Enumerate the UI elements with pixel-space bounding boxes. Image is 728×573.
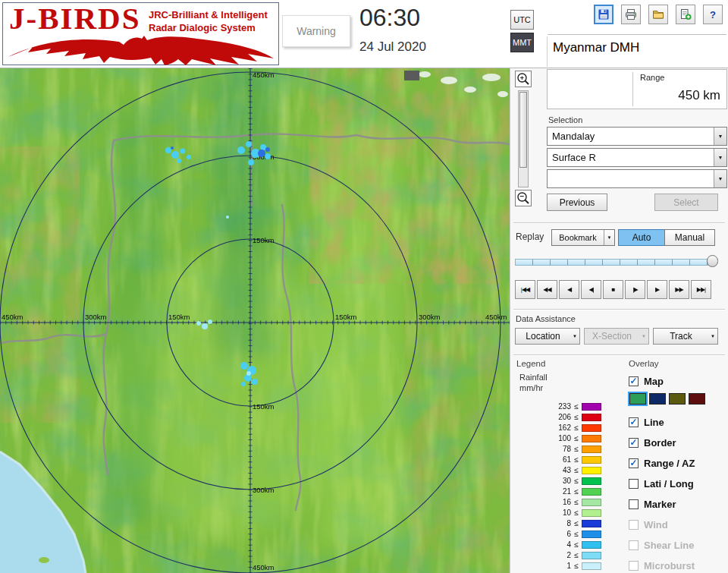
export-button[interactable] [676, 5, 695, 24]
zoom-slider-thumb[interactable] [519, 92, 527, 168]
playback-skip-to-start-button[interactable]: |◀◀ [515, 280, 535, 299]
map-marker [404, 71, 419, 80]
save-button[interactable] [594, 5, 613, 24]
legend-row: 206≤ [539, 412, 601, 422]
zoom-out-button[interactable]: − [515, 190, 532, 206]
legend-color-swatch [582, 541, 601, 549]
legend-color-swatch [582, 467, 601, 474]
eagle-logo-icon [7, 34, 275, 66]
mmt-button[interactable]: MMT [510, 33, 534, 52]
ring-label: 300km [85, 313, 107, 321]
zoom-slider[interactable] [518, 90, 529, 187]
overlay-item-map: ✓ Map [629, 375, 664, 388]
playback-skip-to-end-button[interactable]: ▶▶| [691, 280, 711, 299]
chevron-down-icon[interactable]: ▼ [714, 128, 726, 145]
map-checkbox[interactable]: ✓ [629, 376, 639, 386]
chevron-down-icon[interactable]: ▼ [714, 170, 726, 187]
playback-step-back-button[interactable]: ◀| [581, 280, 601, 299]
playback-play-button[interactable]: ▶ [647, 280, 667, 299]
auto-mode-button[interactable]: Auto [618, 229, 665, 246]
print-button[interactable] [621, 5, 641, 24]
legend-title: Legend [516, 359, 545, 368]
map-color-swatch[interactable] [689, 393, 705, 405]
legend-unit-line2: mm/hr [519, 383, 543, 392]
previous-button[interactable]: Previous [547, 194, 607, 211]
legend-color-swatch [582, 530, 601, 538]
ring-label: 450km [2, 313, 24, 321]
control-panel: + − Range 450 km Selection Mandalay ▼ Su… [510, 68, 728, 573]
border-checkbox[interactable]: ✓ [629, 438, 639, 448]
replay-label: Replay [516, 231, 544, 242]
zoom-in-button[interactable]: + [515, 71, 532, 87]
magnifier-plus-icon: + [516, 72, 530, 86]
ring-label: 450km [253, 563, 275, 571]
product-dropdown[interactable]: Surface R ▼ [547, 148, 727, 167]
legend-row: 10≤ [539, 508, 601, 518]
terrain-layer: 450km 300km 150km 150km 300km 450km 450k… [0, 68, 510, 573]
folder-icon [652, 8, 664, 20]
open-file-button[interactable] [648, 5, 668, 24]
marker-checkbox[interactable]: ✓ [629, 499, 639, 509]
map-color-swatch[interactable] [649, 393, 666, 405]
location-button[interactable]: Location ▼ [515, 328, 580, 345]
map-color-swatch[interactable] [629, 393, 646, 405]
printer-icon [625, 8, 637, 20]
product-dropdown-value: Surface R [548, 149, 714, 166]
legend-row: 100≤ [539, 433, 601, 443]
j-birds-app: J-BIRDS JRC-Brilliant & Intelligent Rada… [0, 0, 728, 573]
legend-row: 2≤ [539, 550, 601, 560]
select-button[interactable]: Select [654, 194, 718, 211]
bookmark-label: Bookmark [552, 230, 604, 245]
legend-row: 6≤ [539, 529, 601, 539]
timeline-slider[interactable] [515, 259, 717, 266]
timeline-slider-handle[interactable] [707, 255, 718, 267]
playback-stop-button[interactable]: ■ [603, 280, 623, 299]
ring-label: 450km [253, 71, 275, 79]
warning-button[interactable]: Warning [282, 15, 350, 47]
playback-step-forward-button[interactable]: |▶ [625, 280, 645, 299]
location-label: Location [516, 331, 570, 342]
utc-button[interactable]: UTC [510, 10, 534, 30]
ring-label: 150km [335, 313, 357, 321]
playback-play-reverse-button[interactable]: ◀ [559, 280, 579, 299]
track-button[interactable]: Track ▼ [653, 328, 718, 345]
bookmark-button[interactable]: Bookmark ▼ [551, 229, 615, 246]
logo-subtitle-1: JRC-Brilliant & Intelligent [149, 9, 268, 20]
xsection-button[interactable]: X-Section ▼ [584, 328, 649, 345]
logo-title: J-BIRDS [9, 0, 140, 36]
chevron-down-icon: ▼ [570, 334, 579, 338]
chevron-down-icon: ▼ [708, 334, 717, 338]
clock-time: 06:30 [359, 4, 420, 32]
lati-long-checkbox[interactable]: ✓ [629, 479, 639, 489]
ring-label: 150km [168, 313, 190, 321]
overlay-item-lati-long: ✓ Lati / Long [629, 477, 694, 490]
legend-color-swatch [582, 520, 601, 527]
range-az-checkbox[interactable]: ✓ [629, 458, 639, 468]
legend-unit-line1: Rainfall [519, 373, 548, 382]
legend-row: 1≤ [539, 561, 601, 571]
microburst-checkbox[interactable]: ✓ [629, 561, 639, 571]
auto-label: Auto [632, 232, 651, 243]
check-icon: ✓ [629, 458, 637, 468]
extra-dropdown[interactable]: ▼ [547, 169, 727, 188]
divider [513, 354, 725, 355]
help-button[interactable]: ? [703, 5, 723, 24]
divider [547, 36, 548, 67]
playback-fast-forward-button[interactable]: ▶▶ [669, 280, 689, 299]
shear-line-checkbox[interactable]: ✓ [629, 540, 639, 550]
chevron-down-icon[interactable]: ▼ [604, 230, 614, 245]
save-icon [598, 8, 610, 20]
wind-checkbox[interactable]: ✓ [629, 520, 639, 530]
radar-map[interactable]: 450km 300km 150km 150km 300km 450km 450k… [0, 68, 510, 573]
manual-mode-button[interactable]: Manual [664, 229, 715, 246]
line-checkbox[interactable]: ✓ [629, 417, 639, 427]
logo-subtitle-2: Radar Dialogic System [149, 22, 256, 33]
chevron-down-icon[interactable]: ▼ [714, 149, 726, 166]
legend-row: 16≤ [539, 497, 601, 507]
playback-fast-rewind-button[interactable]: ◀◀ [537, 280, 557, 299]
divider [548, 34, 726, 35]
station-dropdown[interactable]: Mandalay ▼ [547, 127, 727, 146]
legend-color-swatch [582, 488, 601, 496]
range-label: Range [640, 73, 664, 82]
map-color-swatch[interactable] [669, 393, 686, 405]
